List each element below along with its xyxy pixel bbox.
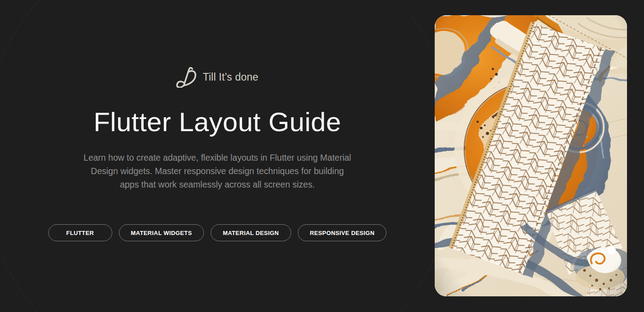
brand[interactable]: Till It’s done — [176, 66, 258, 88]
tag-responsive-design[interactable]: RESPONSIVE DESIGN — [298, 224, 387, 241]
tag-material-design[interactable]: MATERIAL DESIGN — [211, 224, 291, 241]
till-its-done-logo-icon — [176, 66, 197, 88]
tag-material-widgets[interactable]: MATERIAL WIDGETS — [119, 224, 204, 241]
tag-flutter[interactable]: FLUTTER — [48, 224, 112, 241]
page-title: Flutter Layout Guide — [93, 107, 341, 137]
hero-description: Learn how to create adaptive, flexible l… — [80, 151, 354, 191]
hero-artwork — [435, 15, 627, 296]
hero-artwork-image — [435, 15, 627, 296]
brand-name: Till It’s done — [203, 71, 258, 83]
tag-list: FLUTTER MATERIAL WIDGETS MATERIAL DESIGN… — [48, 224, 387, 241]
hero-section: Till It’s done Flutter Layout Guide Lear… — [0, 0, 435, 312]
